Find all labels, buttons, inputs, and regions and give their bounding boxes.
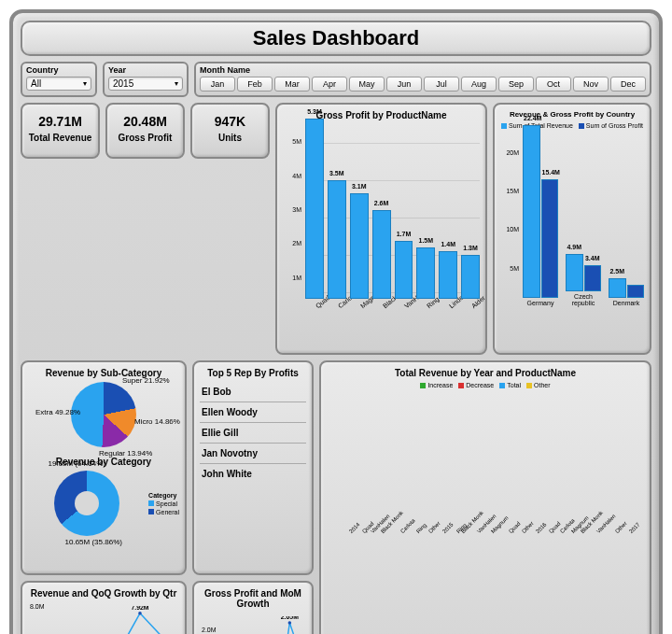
filter-row: Country All ▾ Year 2015 ▾ Month Name Jan… (21, 62, 651, 97)
wf-2017[interactable]: 2017 (629, 388, 640, 528)
month-button-oct[interactable]: Oct (536, 77, 571, 92)
top-reps-panel: Top 5 Rep By Profits El BobEllen WoodyEl… (192, 360, 314, 575)
bar-Linder[interactable]: 1.4M Linder (439, 251, 457, 311)
wf-Quad[interactable]: 2.87M Quad (549, 388, 560, 528)
group-Denmark[interactable]: 2.5M Denmark (609, 120, 644, 306)
chart-subcategory-category[interactable]: Revenue by Sub-Category Super 21.92% Mic… (21, 360, 187, 575)
y-tick: 1M (292, 274, 301, 280)
list-item[interactable]: Ellen Woody (200, 402, 306, 423)
wf-2016[interactable]: 28.44M 2016 (536, 388, 547, 528)
wf-Quad[interactable]: -0.34M Quad (509, 388, 520, 528)
month-button-jan[interactable]: Jan (200, 77, 235, 92)
wf-2014[interactable]: 28.7M 2014 (349, 388, 360, 528)
svg-point-2 (138, 612, 142, 615)
wf-VanHalen[interactable]: VanHalen (483, 388, 494, 528)
dashboard-frame: Sales Dashboard Country All ▾ Year 2015 … (9, 9, 663, 634)
chart-rev-qoq[interactable]: Revenue and QoQ Growth by Qtr 8.0M7.5M7.… (21, 581, 187, 634)
country-dropdown[interactable]: All ▾ (26, 77, 91, 91)
kpi-label: Units (192, 133, 268, 143)
bar-Alder[interactable]: 1.3M Alder (461, 255, 480, 311)
country-label: Country (26, 65, 91, 75)
kpi-value: 20.48M (107, 114, 183, 129)
y-tick: 4M (292, 172, 301, 178)
country-value: All (31, 78, 41, 89)
year-dropdown[interactable]: 2015 ▾ (108, 77, 183, 91)
month-button-feb[interactable]: Feb (237, 77, 273, 92)
chart-gp-by-product[interactable]: Gross Profit by ProductName 5M4M3M2M1M 5… (275, 103, 487, 355)
bar-Carlota[interactable]: 3.5M Carlota (328, 180, 346, 311)
month-button-jun[interactable]: Jun (386, 77, 422, 92)
svg-text:2.05M: 2.05M (281, 616, 299, 620)
chevron-down-icon: ▾ (83, 79, 87, 88)
month-button-mar[interactable]: Mar (274, 77, 310, 92)
wf-Black Monk[interactable]: 0.18M Black Monk (389, 388, 400, 528)
wf-Quad[interactable]: 0.76M Quad (362, 388, 373, 528)
wf-2015[interactable]: 29.71M 2015 (442, 388, 454, 528)
wf-Magnum[interactable]: 1.66M Magnum (576, 388, 587, 528)
chart-waterfall[interactable]: Total Revenue by Year and ProductName In… (319, 360, 651, 634)
kpi-value: 947K (192, 114, 268, 129)
kpi-1: 20.48M Gross Profit (105, 103, 185, 159)
country-filter: Country All ▾ (21, 62, 97, 97)
month-filter: Month Name JanFebMarAprMayJunJulAugSepOc… (194, 62, 651, 97)
wf-VanHalen[interactable]: 0.99M VanHalen (602, 388, 613, 528)
wf-VanHalen[interactable]: 0.37M VanHalen (376, 388, 387, 528)
y-tick: 5M (292, 138, 301, 145)
wf-Black Monk[interactable]: 1.26M Black Monk (589, 388, 600, 528)
kpi-0: 29.71M Total Revenue (21, 103, 100, 159)
y-tick: 3M (292, 205, 301, 212)
bar-Black Monk[interactable]: 2.6M Black Monk (372, 210, 391, 311)
svg-point-16 (288, 621, 292, 625)
page-title: Sales Dashboard (26, 26, 646, 50)
month-button-nov[interactable]: Nov (573, 77, 609, 92)
month-button-jul[interactable]: Jul (424, 77, 459, 92)
month-button-apr[interactable]: Apr (312, 77, 347, 92)
title-bar: Sales Dashboard (21, 21, 651, 56)
y-tick: 2M (292, 240, 301, 247)
wf-Ring[interactable]: 0.09M Ring (455, 388, 467, 528)
group-Czech republic[interactable]: 4.9M 3.4M Czech republic (566, 114, 601, 306)
wf-Other[interactable]: Other (522, 388, 533, 528)
wf-Other[interactable]: Other (429, 388, 441, 528)
kpi-value: 29.71M (22, 114, 98, 129)
kpi-label: Gross Profit (107, 133, 183, 143)
list-item[interactable]: John White (200, 464, 306, 484)
year-label: Year (108, 65, 183, 75)
legend: IncreaseDecreaseTotalOther (327, 382, 644, 388)
chart-gp-mom[interactable]: Gross Profit and MoM Growth 2.0M1.8M1.6M… (192, 581, 314, 634)
list-item[interactable]: Ellie Gill (200, 423, 306, 444)
bar-VanHalen[interactable]: 1.7M VanHalen (395, 241, 413, 311)
donut-legend: Category SpecialGeneral (148, 492, 179, 515)
wf-Magnum[interactable]: -0.36M Magnum (496, 388, 507, 528)
bar-Magnum[interactable]: 3.1M Magnum (350, 193, 369, 311)
wf-Black Monk[interactable]: Black Monk (469, 388, 480, 528)
svg-text:7.92M: 7.92M (131, 606, 148, 611)
month-button-dec[interactable]: Dec (610, 77, 646, 92)
month-label: Month Name (200, 65, 646, 75)
kpi-label: Total Revenue (22, 133, 98, 143)
month-button-sep[interactable]: Sep (498, 77, 534, 92)
wf-Other[interactable]: 1.54M Other (615, 388, 626, 528)
group-Germany[interactable]: 22.4M 15.4M Germany (523, 120, 558, 306)
month-button-may[interactable]: May (349, 77, 385, 92)
bar-Ring[interactable]: 1.5M Ring (416, 247, 435, 311)
list-item[interactable]: El Bob (200, 382, 306, 402)
kpi-2: 947K Units (190, 103, 270, 159)
year-filter: Year 2015 ▾ (103, 62, 189, 97)
chevron-down-icon: ▾ (175, 79, 178, 88)
list-item[interactable]: Jan Novotny (200, 444, 306, 464)
year-value: 2015 (113, 78, 133, 89)
wf-Ring[interactable]: -0.18M Ring (415, 388, 427, 528)
rep-list: El BobEllen WoodyEllie GillJan NovotnyJo… (200, 382, 306, 484)
wf-Carlota[interactable]: 0.18M Carlota (402, 388, 413, 528)
bar-Quad[interactable]: 5.3M Quad (305, 119, 324, 311)
wf-Carlota[interactable]: 1.69M Carlota (562, 388, 573, 528)
chart-rev-gp-country[interactable]: Revenue & Gross Profit by Country Sum of… (493, 103, 651, 355)
month-button-aug[interactable]: Aug (461, 77, 497, 92)
